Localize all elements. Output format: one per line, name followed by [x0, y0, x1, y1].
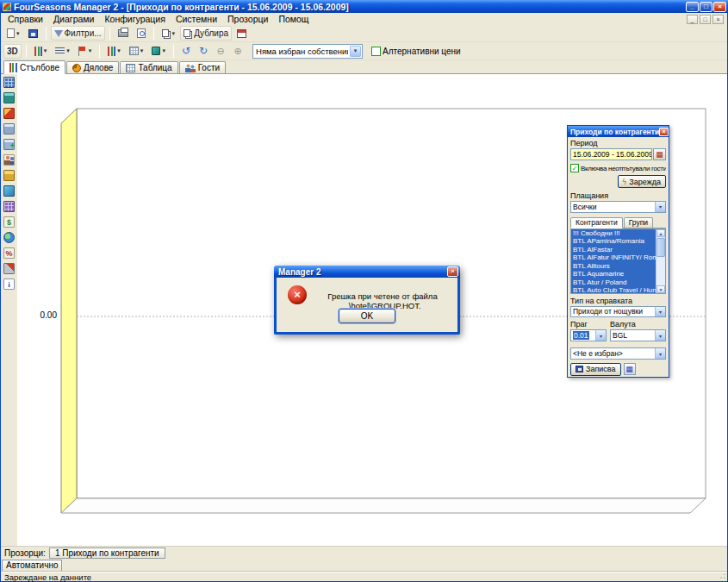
print-preview-button[interactable]	[134, 26, 149, 41]
info-icon[interactable]: i	[3, 278, 15, 290]
export-table-button[interactable]: ▦	[624, 363, 636, 375]
menu-help[interactable]: Помощ	[273, 13, 314, 25]
list-item[interactable]: BTL Auto Club Travel / Hunga	[571, 286, 656, 293]
list-item[interactable]: BTL AlFatur INFINITY/ Romani	[571, 253, 656, 262]
report-type-combo-arrow-icon[interactable]: ▾	[655, 307, 665, 317]
hotel-services-icon[interactable]	[3, 185, 15, 197]
rotate-left-button[interactable]: ↺	[178, 44, 194, 59]
mdi-minimize-button[interactable]: _	[687, 15, 698, 24]
owner-combo[interactable]: Няма избран собственици ▾	[252, 44, 363, 59]
currency-combo-arrow-icon[interactable]: ▾	[655, 330, 665, 341]
close-button[interactable]: ×	[713, 2, 726, 12]
table-icon	[126, 64, 135, 72]
chart-type-button[interactable]: ▾	[31, 44, 51, 59]
calendar-button[interactable]	[233, 26, 250, 41]
table-report-icon[interactable]	[3, 77, 15, 88]
rooms-grid-icon[interactable]	[3, 201, 15, 212]
menu-system[interactable]: Системни	[171, 13, 222, 25]
resize-grip[interactable]	[719, 573, 726, 580]
threshold-input[interactable]: 0.01 ▾	[570, 329, 607, 341]
zoom-out-button[interactable]: ⊖	[213, 44, 228, 59]
minimize-button[interactable]: _	[686, 2, 699, 12]
columns-tab-icon	[9, 63, 17, 72]
save-button[interactable]	[25, 26, 41, 41]
filters-button[interactable]: Филтри...	[51, 26, 105, 41]
scroll-thumb[interactable]	[656, 238, 665, 257]
tab-contractors[interactable]: Контрагенти	[570, 217, 623, 228]
tab-groups[interactable]: Групи	[624, 217, 653, 228]
list-item[interactable]: BTL Aquamarine	[571, 270, 656, 278]
guests-list-icon[interactable]	[3, 154, 15, 166]
period-label: Период	[570, 139, 666, 147]
alt-prices-checkbox[interactable]	[371, 47, 381, 56]
printer-icon	[118, 29, 128, 37]
chart-left-wall	[61, 109, 77, 513]
bar-chart-icon	[34, 47, 42, 56]
include-guests-checkbox[interactable]: ✓	[570, 164, 579, 172]
payments-combo-arrow-icon[interactable]: ▾	[655, 202, 665, 212]
toolbar-separator	[153, 27, 154, 40]
menu-diagrams[interactable]: Диаграми	[48, 13, 99, 25]
tab-columns[interactable]: Стълбове	[3, 60, 65, 74]
grid-button[interactable]: ▾	[126, 44, 147, 59]
series-button[interactable]: ▾	[104, 44, 124, 59]
currency-combo-value: BGL	[613, 331, 627, 340]
report-type-combo-value: Приходи от нощувки	[573, 307, 643, 316]
tab-table-label: Таблица	[138, 63, 171, 72]
discounts-icon[interactable]: %	[3, 247, 15, 259]
window-icon[interactable]	[3, 123, 15, 135]
marks-button[interactable]: ▾	[75, 44, 96, 59]
print-button[interactable]	[115, 26, 132, 41]
mdi-restore-button[interactable]: □	[700, 15, 711, 24]
scroll-down-button[interactable]: ▼	[656, 285, 665, 293]
currency-icon[interactable]: $	[3, 216, 15, 228]
tools-icon[interactable]	[3, 263, 15, 274]
copy-button[interactable]: ▾	[159, 26, 179, 41]
duplicate-button[interactable]: Дублира	[180, 26, 232, 41]
add-window-icon[interactable]	[3, 139, 15, 150]
calendar-picker-button[interactable]: ▦	[653, 148, 666, 160]
hotel-combo-value: <Не е избран>	[573, 349, 623, 358]
window-refresh-icon[interactable]	[3, 92, 15, 103]
window-tab-revenue[interactable]: 1 Приходи по контрагенти	[49, 548, 165, 559]
tab-shares[interactable]: Дялове	[66, 61, 119, 73]
colors-button[interactable]: ▾	[148, 44, 169, 59]
menu-configuration[interactable]: Конфигурация	[99, 13, 170, 25]
menu-reports[interactable]: Справки	[3, 13, 48, 25]
report-type-combo[interactable]: Приходи от нощувки ▾	[570, 306, 666, 318]
wizard-icon[interactable]	[3, 108, 15, 119]
view-3d-button[interactable]: 3D	[3, 44, 22, 59]
save-report-button[interactable]: Записва	[570, 363, 621, 376]
currency-combo[interactable]: BGL ▾	[610, 329, 666, 341]
list-item[interactable]: !!! Свободни !!!	[571, 229, 656, 238]
scroll-up-button[interactable]: ▲	[656, 229, 665, 237]
panel-close-button[interactable]: ×	[659, 128, 669, 136]
zoom-in-button[interactable]: ⊕	[230, 44, 246, 59]
list-item[interactable]: BTL Alltours	[571, 262, 656, 271]
tab-guests[interactable]: Гости	[179, 61, 226, 73]
auto-bar: Автоматично	[1, 559, 727, 572]
legend-button[interactable]: ▾	[52, 44, 73, 59]
tab-table[interactable]: Таблица	[120, 61, 177, 73]
list-item[interactable]: BTL AlFastar	[571, 246, 656, 254]
maximize-button[interactable]: □	[700, 2, 712, 12]
owner-combo-arrow-icon[interactable]: ▾	[350, 46, 361, 57]
load-button[interactable]: ϟЗарежда	[618, 175, 666, 188]
new-report-button[interactable]: ▾	[3, 26, 23, 41]
hotel-combo[interactable]: <Не е избран> ▾	[570, 347, 666, 360]
dialog-close-button[interactable]: ×	[447, 266, 458, 277]
payments-combo[interactable]: Всички ▾	[570, 201, 666, 213]
automatic-button[interactable]: Автоматично	[2, 560, 62, 572]
rotate-right-icon: ↻	[199, 46, 208, 56]
mdi-close-button[interactable]: ×	[712, 15, 724, 24]
period-field[interactable]: 15.06.2009 - 15.06.2009	[570, 148, 652, 160]
threshold-arrow-icon[interactable]: ▾	[595, 330, 606, 341]
folder-icon[interactable]	[3, 170, 15, 181]
menu-windows[interactable]: Прозорци	[222, 13, 273, 25]
list-item[interactable]: BTL Atur / Poland	[571, 278, 656, 287]
hotel-combo-arrow-icon[interactable]: ▾	[655, 348, 665, 359]
ok-button[interactable]: OK	[339, 309, 395, 323]
list-item[interactable]: BTL APamina/Romania	[571, 237, 656, 246]
rotate-right-button[interactable]: ↻	[196, 44, 211, 59]
globe-icon[interactable]	[3, 232, 15, 243]
